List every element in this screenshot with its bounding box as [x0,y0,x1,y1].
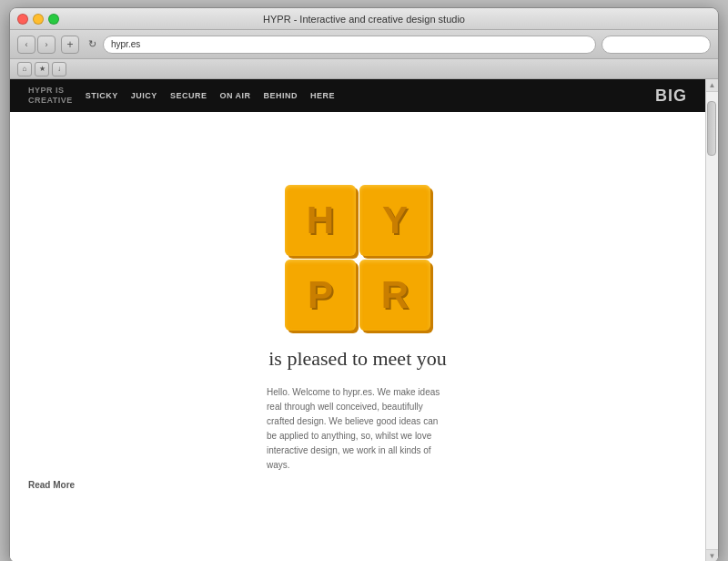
scrollbar: ▲ ▼ [705,79,718,561]
nav-link-secure[interactable]: SECURE [170,91,207,100]
main-area: H Y P R is pleased to meet you Hello. We… [10,112,705,561]
page-content: HYPR IS CREATIVE STICKY JUICY SECURE ON … [10,79,705,561]
hero-tagline: is pleased to meet you [268,347,447,371]
forward-button[interactable]: › [37,36,56,54]
hero-description: Hello. Welcome to hypr.es. We make ideas… [267,385,449,473]
scroll-thumb[interactable] [707,101,716,156]
nav-links: STICKY JUICY SECURE ON AIR BEHIND HERE [86,91,335,100]
scroll-track [706,92,718,549]
address-bar-container: ↻ [85,36,596,54]
nav-link-on-air[interactable]: ON AIR [219,91,250,100]
close-button[interactable] [17,14,28,25]
title-bar: HYPR - Interactive and creative design s… [10,8,718,30]
scroll-down-button[interactable]: ▼ [706,549,719,561]
hypr-logo: H Y P R [285,185,430,331]
main-toolbar: ‹ › + ↻ 🔍 [10,30,718,59]
logo-letter-p: P [285,260,356,331]
search-container: 🔍 [602,36,711,54]
website-content: HYPR IS CREATIVE STICKY JUICY SECURE ON … [10,79,718,561]
maximize-button[interactable] [48,14,59,25]
logo-letter-r: R [359,260,430,331]
nav-brand: HYPR IS CREATIVE [28,86,73,106]
nav-link-juicy[interactable]: JUICY [131,91,157,100]
bookmarks-button[interactable]: ★ [35,62,49,76]
reload-button[interactable]: ↻ [85,37,99,52]
read-more-link[interactable]: Read More [28,480,210,490]
nav-left: HYPR IS CREATIVE STICKY JUICY SECURE ON … [28,86,335,106]
scroll-up-button[interactable]: ▲ [706,79,719,92]
logo-letter-h: H [285,185,356,256]
nav-link-here[interactable]: HERE [310,91,335,100]
address-input[interactable] [103,36,596,54]
second-toolbar: ⌂ ★ ↓ [10,59,718,79]
window-title: HYPR - Interactive and creative design s… [263,14,465,25]
search-input[interactable] [602,36,711,54]
browser-window: HYPR - Interactive and creative design s… [9,7,719,561]
site-navbar: HYPR IS CREATIVE STICKY JUICY SECURE ON … [10,79,705,112]
nav-buttons: ‹ › [17,36,56,54]
nav-link-sticky[interactable]: STICKY [86,91,118,100]
downloads-button[interactable]: ↓ [52,62,66,76]
nav-big-label: BIG [655,87,687,106]
minimize-button[interactable] [33,14,44,25]
nav-link-behind[interactable]: BEHIND [264,91,298,100]
add-tab-button[interactable]: + [61,36,79,54]
back-button[interactable]: ‹ [17,36,35,54]
logo-letter-y: Y [359,185,430,256]
home-button[interactable]: ⌂ [17,62,32,76]
traffic-lights [17,14,59,25]
